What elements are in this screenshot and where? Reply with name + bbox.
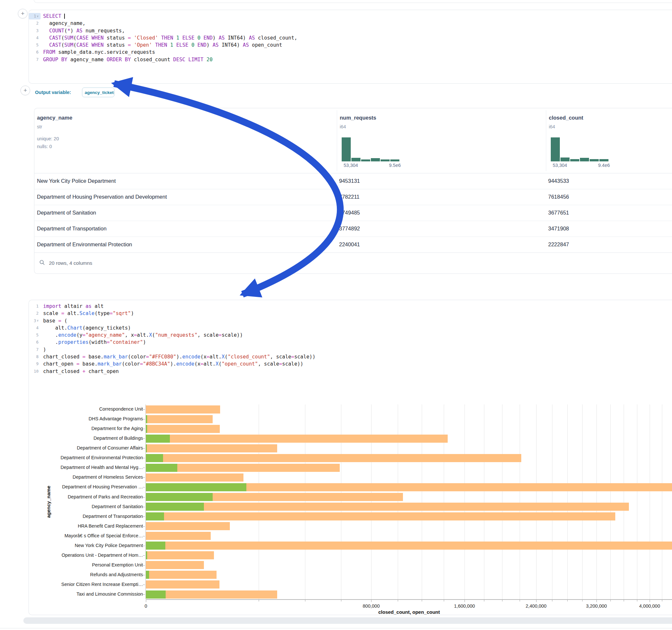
code-line[interactable]: 3∨base = ( <box>29 317 672 324</box>
code-token: GROUP <box>43 57 58 63</box>
code-line[interactable]: 4 CAST(SUM(CASE WHEN status = 'Closed' T… <box>29 34 672 42</box>
code-line[interactable]: 5 CAST(SUM(CASE WHEN status = 'Open' THE… <box>29 42 672 49</box>
table-row[interactable]: Department of Sanitation37494853677651 <box>34 205 672 221</box>
column-header-agency-name[interactable]: agency_name str unique: 20 nulls: 0 <box>34 108 337 173</box>
code-token: (x <box>200 354 207 360</box>
histogram-bar <box>560 158 570 162</box>
add-cell-button-top[interactable]: + <box>18 9 28 19</box>
code-line-text[interactable]: .properties(width="container") <box>41 339 146 346</box>
horizontal-scrollbar[interactable] <box>23 617 672 624</box>
code-line-text[interactable]: chart_closed + chart_open <box>41 368 119 375</box>
closed-bar <box>146 512 615 520</box>
line-number[interactable]: 5 <box>29 42 41 48</box>
table-row[interactable]: Department of Housing Preservation and D… <box>34 189 672 205</box>
code-token: CASE <box>76 42 89 48</box>
closed-bar <box>146 454 521 462</box>
code-token: encode <box>182 354 200 360</box>
column-header-num-requests[interactable]: num_requests i64 53,304 9.5e6 <box>337 108 546 173</box>
code-line[interactable]: 2 agency_name, <box>29 20 672 27</box>
column-type: i64 <box>549 124 555 129</box>
gridline <box>422 405 422 599</box>
code-line[interactable]: 2scale = alt.Scale(type="sqrt") <box>29 310 672 317</box>
code-token: ( <box>61 42 64 48</box>
code-token: . <box>43 339 58 345</box>
code-line-text[interactable]: chart_open = base.mark_bar(color="#8BC34… <box>41 360 304 367</box>
code-line-text[interactable]: GROUP BY agency_name ORDER BY closed_cou… <box>41 56 213 63</box>
code-line-text[interactable]: alt.Chart(agency_tickets) <box>41 324 131 332</box>
result-table: agency_name str unique: 20 nulls: 0 num_… <box>34 108 672 274</box>
code-token: END <box>203 35 213 41</box>
line-number[interactable]: 4 <box>29 325 41 331</box>
code-line[interactable]: 10chart_closed + chart_open <box>29 368 672 375</box>
output-variable-chip[interactable]: agency_tickets <box>82 88 115 97</box>
code-line-text[interactable]: base = ( <box>41 317 67 324</box>
x-axis-major-tick <box>371 600 371 602</box>
code-token: AS <box>243 42 249 48</box>
table-row[interactable]: Department of Transportation377489234719… <box>34 221 672 237</box>
line-number[interactable]: 10 <box>29 368 41 374</box>
code-token: = <box>82 354 85 360</box>
fold-caret-icon[interactable]: ∨ <box>37 15 39 18</box>
code-line-text[interactable]: FROM sample_data.nyc.service_requests <box>41 49 155 56</box>
python-cell[interactable]: 1import altair as alt2scale = alt.Scale(… <box>28 300 672 615</box>
code-line-text[interactable]: .encode(y="agency_name", x=alt.X("num_re… <box>41 332 243 339</box>
line-number[interactable]: 5 <box>29 332 41 338</box>
code-line[interactable]: 7) <box>29 346 672 353</box>
line-number[interactable]: 2 <box>29 310 41 317</box>
code-line-text[interactable]: ) <box>41 346 46 353</box>
line-number[interactable]: 6 <box>29 339 41 346</box>
sql-cell[interactable]: 1∨SELECT 2 agency_name,3 COUNT(*) AS num… <box>28 10 672 83</box>
column-header-closed-count[interactable]: closed_count i64 53,304 9.4e6 <box>546 108 672 173</box>
cell-agency-name: Department of Environmental Protection <box>37 237 329 252</box>
table-row[interactable]: New York City Police Department945313194… <box>34 173 672 189</box>
line-number[interactable]: 8 <box>29 354 41 360</box>
code-line[interactable]: 3 COUNT(*) AS num_requests, <box>29 27 672 34</box>
code-line-text[interactable]: COUNT(*) AS num_requests, <box>41 27 125 34</box>
code-line[interactable]: 4 alt.Chart(agency_tickets) <box>29 324 672 332</box>
code-line[interactable]: 1∨SELECT <box>29 13 672 20</box>
code-line[interactable]: 1import altair as alt <box>29 303 672 310</box>
search-icon[interactable] <box>39 260 45 267</box>
histogram-bar <box>381 160 390 162</box>
code-line[interactable]: 7GROUP BY agency_name ORDER BY closed_co… <box>29 56 672 63</box>
code-line[interactable]: 6 .properties(width="container") <box>29 339 672 346</box>
code-token <box>61 13 64 19</box>
code-line-text[interactable]: SELECT <box>41 13 65 20</box>
line-number[interactable]: 7 <box>29 56 41 63</box>
line-number[interactable]: 7 <box>29 346 41 353</box>
code-line[interactable]: 6FROM sample_data.nyc.service_requests <box>29 49 672 56</box>
code-line[interactable]: 9chart_open = base.mark_bar(color="#8BC3… <box>29 360 672 367</box>
line-number[interactable]: 2 <box>29 20 41 27</box>
line-number[interactable]: 3 <box>29 28 41 34</box>
code-token: AS <box>249 35 255 41</box>
line-number[interactable]: 1 <box>29 303 41 310</box>
line-number[interactable]: 3∨ <box>29 318 41 324</box>
code-token: (type <box>95 311 110 316</box>
line-number[interactable]: 6 <box>29 49 41 56</box>
code-line-text[interactable]: import altair as alt <box>41 303 104 310</box>
gridline <box>567 405 568 599</box>
code-line-text[interactable]: scale = alt.Scale(type="sqrt") <box>41 310 134 317</box>
code-line-text[interactable]: CAST(SUM(CASE WHEN status = 'Open' THEN … <box>41 42 282 49</box>
sql-code-editor[interactable]: 1∨SELECT 2 agency_name,3 COUNT(*) AS num… <box>29 13 672 63</box>
histogram-bar <box>371 158 380 162</box>
code-token: THEN <box>155 42 167 48</box>
code-line-text[interactable]: chart_closed = base.mark_bar(color="#FFC… <box>41 353 315 360</box>
cell-closed-count: 3471908 <box>548 221 671 237</box>
code-line[interactable]: 8chart_closed = base.mark_bar(color="#FF… <box>29 353 672 360</box>
line-number[interactable]: 1∨ <box>29 13 41 20</box>
code-token: ) <box>43 347 46 353</box>
code-line-text[interactable]: CAST(SUM(CASE WHEN status = 'Closed' THE… <box>41 34 297 42</box>
code-line[interactable]: 5 .encode(y="agency_name", x=alt.X("num_… <box>29 332 672 339</box>
cell-closed-count: 3677651 <box>548 205 671 221</box>
python-code-editor[interactable]: 1import altair as alt2scale = alt.Scale(… <box>29 303 672 375</box>
code-token <box>89 42 91 48</box>
cell-agency-name: Department of Transportation <box>37 221 329 237</box>
line-number[interactable]: 9 <box>29 361 41 367</box>
table-row[interactable]: Department of Environmental Protection22… <box>34 237 672 253</box>
line-number[interactable]: 4 <box>29 35 41 41</box>
y-axis-label: Department of Environmental Protection <box>33 455 143 461</box>
code-token: THEN <box>161 35 173 41</box>
code-line-text[interactable]: agency_name, <box>41 20 86 27</box>
fold-caret-icon[interactable]: ∨ <box>37 319 39 322</box>
